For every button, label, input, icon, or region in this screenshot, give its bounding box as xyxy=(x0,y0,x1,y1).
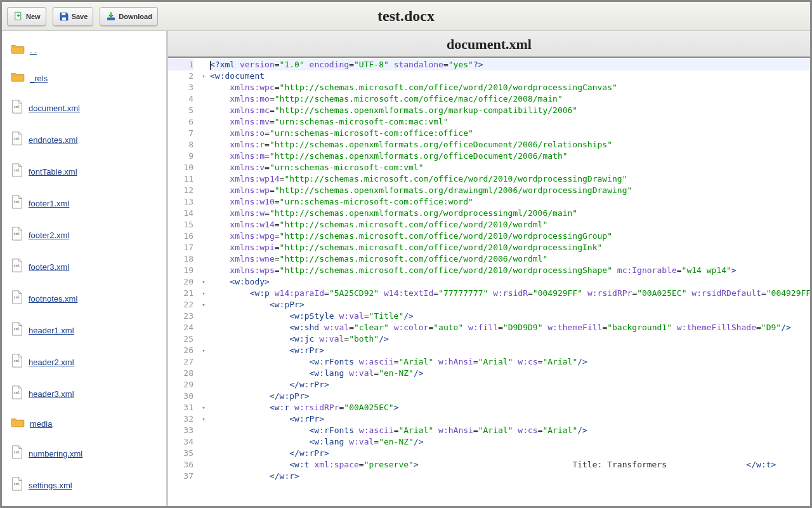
sidebar-item-footer1xml[interactable]: xmlfooter1.xml xyxy=(2,187,166,219)
sidebar-item-stylesxml[interactable]: xmlstyles.xml xyxy=(2,501,166,506)
sidebar-item-settingsxml[interactable]: xmlsettings.xml xyxy=(2,469,166,501)
fold-toggle xyxy=(200,425,207,436)
save-label: Save xyxy=(72,13,88,20)
fold-toggle[interactable]: ▾ xyxy=(200,413,207,425)
fold-toggle[interactable]: ▾ xyxy=(200,402,207,413)
code-line[interactable]: xmlns:wpg="http://schemas.microsoft.com/… xyxy=(210,231,810,242)
code-line[interactable]: <w:rPr> xyxy=(210,345,810,356)
xml-file-icon: xml xyxy=(11,477,23,493)
line-number: 1 xyxy=(168,59,193,70)
code-line[interactable]: <w:pStyle w:val="Title"/> xyxy=(210,311,810,322)
code-line[interactable]: xmlns:r="http://schemas.openxmlformats.o… xyxy=(210,139,810,150)
sidebar-item-[interactable]: . . xyxy=(2,36,166,64)
folder-icon xyxy=(11,72,25,84)
xml-file-icon: xml xyxy=(11,100,23,116)
code-line[interactable]: xmlns:mo="http://schemas.microsoft.com/o… xyxy=(210,93,810,105)
code-line[interactable]: <w:t xml:space="preserve"> Title: Transf… xyxy=(210,459,810,471)
code-line[interactable]: <w:lang w:val="en-NZ"/> xyxy=(210,368,810,379)
code-line[interactable]: xmlns:wp="http://schemas.openxmlformats.… xyxy=(210,185,810,196)
code-line[interactable]: xmlns:mc="http://schemas.openxmlformats.… xyxy=(210,105,810,116)
fold-toggle[interactable]: ▾ xyxy=(200,276,207,288)
code-line[interactable]: </w:r> xyxy=(210,471,810,482)
code-line[interactable]: <w:rFonts w:ascii="Arial" w:hAnsi="Arial… xyxy=(210,356,810,368)
fold-toggle xyxy=(200,231,207,242)
fold-toggle xyxy=(200,208,207,219)
xml-file-icon: xml xyxy=(11,163,23,180)
line-number: 18 xyxy=(168,253,193,265)
sidebar-item-label: media xyxy=(30,419,52,429)
line-number: 3 xyxy=(168,82,193,93)
code-line[interactable]: <w:document xyxy=(210,70,810,82)
line-number: 16 xyxy=(168,231,193,242)
line-number: 17 xyxy=(168,242,193,253)
save-button[interactable]: Save xyxy=(53,7,94,26)
code-line[interactable]: <w:lang w:val="en-NZ"/> xyxy=(210,436,810,448)
code-line[interactable]: <?xml version="1.0" encoding="UTF-8" sta… xyxy=(210,59,810,70)
fold-toggle xyxy=(200,242,207,253)
svg-text:xml: xml xyxy=(14,232,20,236)
fold-column[interactable]: ▾▾▾▾▾▾▾ xyxy=(200,58,207,506)
code-line[interactable]: xmlns:wne="http://schemas.microsoft.com/… xyxy=(210,253,810,265)
code-line[interactable]: xmlns:wp14="http://schemas.microsoft.com… xyxy=(210,173,810,185)
sidebar-item-header3xml[interactable]: xmlheader3.xml xyxy=(2,378,166,410)
sidebar-item-header1xml[interactable]: xmlheader1.xml xyxy=(2,314,166,346)
new-file-icon xyxy=(13,11,24,22)
fold-toggle xyxy=(200,368,207,379)
code-line[interactable]: <w:pPr> xyxy=(210,299,810,311)
code-line[interactable]: xmlns:w14="http://schemas.microsoft.com/… xyxy=(210,219,810,231)
fold-toggle xyxy=(200,471,207,482)
sidebar-item-footer2xml[interactable]: xmlfooter2.xml xyxy=(2,219,166,251)
sidebar-item-label: fontTable.xml xyxy=(29,167,77,177)
code-line[interactable]: xmlns:w10="urn:schemas-microsoft-com:off… xyxy=(210,196,810,208)
sidebar-item-header2xml[interactable]: xmlheader2.xml xyxy=(2,346,166,378)
fold-toggle[interactable]: ▾ xyxy=(200,288,207,299)
code-line[interactable]: <w:jc w:val="both"/> xyxy=(210,333,810,345)
folder-icon xyxy=(11,44,25,57)
sidebar-item-label: footnotes.xml xyxy=(29,294,77,304)
sidebar-item-documentxml[interactable]: xmldocument.xml xyxy=(2,92,166,124)
sidebar-item-label: _rels xyxy=(30,74,48,83)
new-button[interactable]: New xyxy=(7,7,46,26)
fold-toggle xyxy=(200,150,207,162)
fold-toggle xyxy=(200,253,207,265)
sidebar-item-media[interactable]: media xyxy=(2,410,166,438)
code-line[interactable]: </w:pPr> xyxy=(210,391,810,402)
code-lines[interactable]: <?xml version="1.0" encoding="UTF-8" sta… xyxy=(207,58,810,506)
new-label: New xyxy=(26,13,41,20)
code-line[interactable]: xmlns:wpi="http://schemas.microsoft.com/… xyxy=(210,242,810,253)
line-number: 4 xyxy=(168,93,193,105)
file-sidebar[interactable]: . ._relsxmldocument.xmlxmlendnotes.xmlxm… xyxy=(2,31,168,506)
xml-file-icon: xml xyxy=(11,322,23,338)
svg-text:xml: xml xyxy=(14,327,20,331)
code-line[interactable]: xmlns:wpc="http://schemas.microsoft.com/… xyxy=(210,82,810,93)
sidebar-item-numberingxml[interactable]: xmlnumbering.xml xyxy=(2,438,166,469)
sidebar-item-endnotesxml[interactable]: xmlendnotes.xml xyxy=(2,124,166,156)
code-editor[interactable]: 1234567891011121314151617181920212223242… xyxy=(168,58,810,506)
code-line[interactable]: <w:r w:rsidRPr="00A025EC"> xyxy=(210,402,810,413)
code-line[interactable]: xmlns:wps="http://schemas.microsoft.com/… xyxy=(210,265,810,276)
code-line[interactable]: xmlns:v="urn:schemas-microsoft-com:vml" xyxy=(210,162,810,173)
code-line[interactable]: xmlns:o="urn:schemas-microsoft-com:offic… xyxy=(210,128,810,139)
fold-toggle xyxy=(200,459,207,471)
code-line[interactable]: xmlns:w="http://schemas.openxmlformats.o… xyxy=(210,208,810,219)
code-line[interactable]: xmlns:mv="urn:schemas-microsoft-com:mac:… xyxy=(210,116,810,128)
download-button[interactable]: Download xyxy=(100,7,158,26)
code-line[interactable]: </w:rPr> xyxy=(210,379,810,391)
sidebar-item-fontTablexml[interactable]: xmlfontTable.xml xyxy=(2,156,166,187)
fold-toggle[interactable]: ▾ xyxy=(200,70,207,82)
sidebar-item-_rels[interactable]: _rels xyxy=(2,64,166,92)
fold-toggle[interactable]: ▾ xyxy=(200,299,207,311)
sidebar-item-footnotesxml[interactable]: xmlfootnotes.xml xyxy=(2,283,166,314)
code-line[interactable]: <w:rFonts w:ascii="Arial" w:hAnsi="Arial… xyxy=(210,425,810,436)
code-line[interactable]: </w:rPr> xyxy=(210,448,810,459)
fold-toggle[interactable]: ▾ xyxy=(200,345,207,356)
line-gutter: 1234567891011121314151617181920212223242… xyxy=(168,58,200,506)
sidebar-item-label: footer3.xml xyxy=(29,262,69,272)
code-line[interactable]: <w:body> xyxy=(210,276,810,288)
code-line[interactable]: <w:rPr> xyxy=(210,413,810,425)
code-line[interactable]: xmlns:m="http://schemas.openxmlformats.o… xyxy=(210,150,810,162)
fold-toggle xyxy=(200,59,207,70)
sidebar-item-footer3xml[interactable]: xmlfooter3.xml xyxy=(2,251,166,283)
code-line[interactable]: <w:shd w:val="clear" w:color="auto" w:fi… xyxy=(210,322,810,333)
code-line[interactable]: <w:p w14:paraId="5A25CD92" w14:textId="7… xyxy=(210,288,810,299)
